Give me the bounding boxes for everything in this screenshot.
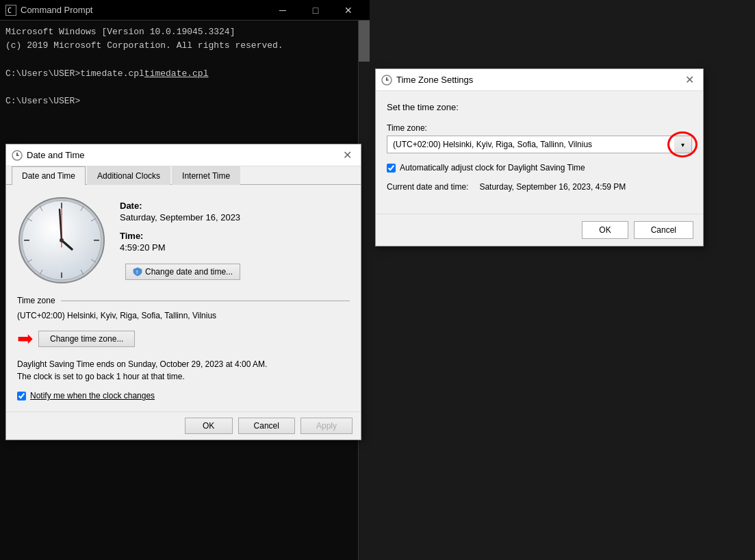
red-arrow-icon: ➡ xyxy=(17,327,33,350)
cmd-line2: (c) 2019 Microsoft Corporation. All righ… xyxy=(5,40,364,52)
date-time-info: Date: Saturday, September 16, 2023 Time:… xyxy=(120,201,240,281)
analog-clock xyxy=(17,196,106,285)
cmd-title: Command Prompt xyxy=(21,5,267,15)
current-datetime-row: Current date and time: Saturday, Septemb… xyxy=(387,182,692,192)
notify-label: Notify me when the clock changes xyxy=(30,391,155,400)
dst-checkbox[interactable] xyxy=(387,164,396,173)
tab-additional-clocks[interactable]: Additional Clocks xyxy=(87,166,170,185)
tz-icon xyxy=(381,75,392,86)
datetime-footer: OK Cancel Apply xyxy=(6,411,361,440)
datetime-ok-button[interactable]: OK xyxy=(185,418,233,434)
time-value: 4:59:20 PM xyxy=(120,242,240,253)
tz-footer: OK Cancel xyxy=(376,214,703,246)
tz-title: Time Zone Settings xyxy=(396,75,681,85)
timezone-divider: Time zone xyxy=(17,296,350,305)
tz-body: Set the time zone: Time zone: (UTC+02:00… xyxy=(376,91,703,214)
cmd-underline: timedate.cpl xyxy=(144,68,209,79)
cmd-prompt1: C:\Users\USER>timedate.cpltimedate.cpl xyxy=(5,68,364,80)
notify-checkbox[interactable] xyxy=(17,392,26,400)
dst-checkbox-row: Automatically adjust clock for Daylight … xyxy=(387,163,692,173)
tz-dropdown-button[interactable]: ▾ xyxy=(674,136,692,153)
tz-titlebar: Time Zone Settings ✕ xyxy=(376,69,703,91)
datetime-icon xyxy=(12,150,23,161)
cmd-titlebar: C Command Prompt ─ □ ✕ xyxy=(0,0,370,21)
cmd-scrollbar-thumb xyxy=(359,21,370,62)
date-value: Saturday, September 16, 2023 xyxy=(120,212,240,222)
change-date-label: Change date and time... xyxy=(145,267,233,277)
svg-point-23 xyxy=(60,238,64,242)
tz-close-button[interactable]: ✕ xyxy=(681,72,698,88)
cmd-icon: C xyxy=(5,5,16,16)
cmd-line4 xyxy=(5,81,364,94)
clock-area: Date: Saturday, September 16, 2023 Time:… xyxy=(17,196,350,285)
datetime-dialog: Date and Time ✕ Date and Time Additional… xyxy=(5,144,361,440)
cmd-controls: ─ □ ✕ xyxy=(267,3,364,18)
cmd-close-button[interactable]: ✕ xyxy=(333,3,364,18)
change-timezone-button[interactable]: Change time zone... xyxy=(38,331,135,347)
cmd-maximize-button[interactable]: □ xyxy=(300,3,331,18)
timezone-section: Time zone (UTC+02:00) Helsinki, Kyiv, Ri… xyxy=(17,296,350,400)
time-label: Time: xyxy=(120,231,240,241)
current-dt-label: Current date and time: xyxy=(387,182,468,192)
tz-ok-button[interactable]: OK xyxy=(582,221,628,239)
notify-row: Notify me when the clock changes xyxy=(17,391,350,400)
cmd-line1: Microsoft Windows [Version 10.0.19045.33… xyxy=(5,26,364,38)
arrow-row: ➡ Change time zone... xyxy=(17,327,350,350)
tab-internet-time[interactable]: Internet Time xyxy=(172,166,240,185)
tz-select[interactable]: (UTC+02:00) Helsinki, Kyiv, Riga, Sofia,… xyxy=(387,136,692,153)
change-tz-label: Change time zone... xyxy=(50,334,123,344)
datetime-close-button[interactable]: ✕ xyxy=(339,147,355,164)
timezone-section-label: Time zone xyxy=(17,296,55,305)
tz-select-row: (UTC+02:00) Helsinki, Kyiv, Riga, Sofia,… xyxy=(387,136,692,153)
change-date-button[interactable]: ! Change date and time... xyxy=(125,264,240,281)
date-label: Date: xyxy=(120,201,240,211)
datetime-tabs: Date and Time Additional Clocks Internet… xyxy=(6,166,361,185)
cmd-line3 xyxy=(5,53,364,66)
dst-checkbox-label: Automatically adjust clock for Daylight … xyxy=(400,163,585,173)
tz-dialog: Time Zone Settings ✕ Set the time zone: … xyxy=(375,68,704,246)
dst-note: Daylight Saving Time ends on Sunday, Oct… xyxy=(17,358,350,383)
cmd-prompt2: C:\Users\USER> xyxy=(5,95,364,107)
cmd-content: Microsoft Windows [Version 10.0.19045.33… xyxy=(0,21,370,114)
current-dt-value: Saturday, September 16, 2023, 4:59 PM xyxy=(479,182,626,192)
shield-icon: ! xyxy=(133,267,145,277)
datetime-body: Date: Saturday, September 16, 2023 Time:… xyxy=(6,185,361,411)
tz-zone-label: Time zone: xyxy=(387,123,692,133)
svg-text:C: C xyxy=(8,7,12,14)
tab-date-time[interactable]: Date and Time xyxy=(12,166,86,185)
datetime-cancel-button[interactable]: Cancel xyxy=(238,418,295,434)
datetime-apply-button[interactable]: Apply xyxy=(300,418,353,434)
timezone-current-value: (UTC+02:00) Helsinki, Kyiv, Riga, Sofia,… xyxy=(17,311,350,320)
tz-description: Set the time zone: xyxy=(387,102,692,112)
datetime-titlebar: Date and Time ✕ xyxy=(6,144,361,166)
datetime-title: Date and Time xyxy=(27,150,339,160)
divider-line xyxy=(61,301,350,301)
tz-cancel-button[interactable]: Cancel xyxy=(634,221,693,239)
svg-text:!: ! xyxy=(136,270,138,275)
cmd-minimize-button[interactable]: ─ xyxy=(267,3,298,18)
